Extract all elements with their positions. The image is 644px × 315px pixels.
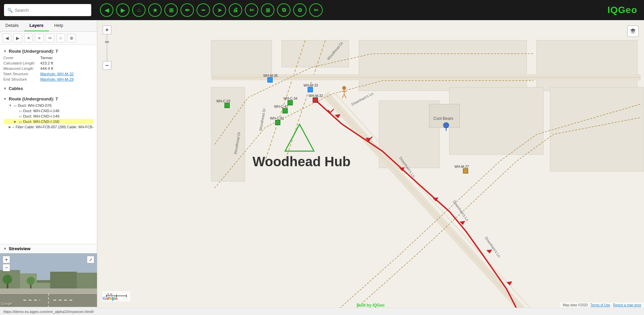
- tree-expand-076: ▼: [9, 104, 12, 107]
- svg-rect-31: [275, 120, 280, 125]
- tree-fiber-cable[interactable]: ▶ ≈ Fiber Cable: WH-FCB-007 (288) Cable:…: [3, 124, 94, 130]
- report-map-error-link[interactable]: Report a map error: [613, 303, 641, 307]
- svg-text:WH-C-81: WH-C-81: [270, 117, 284, 120]
- layers-icon: [630, 28, 636, 35]
- svg-text:Woodhead Hub: Woodhead Hub: [253, 154, 351, 169]
- svg-rect-22: [550, 87, 644, 171]
- measure-button[interactable]: ━: [197, 3, 210, 17]
- brand-name: IQGeo: [373, 303, 385, 308]
- tab-help[interactable]: Help: [49, 20, 69, 31]
- route-details: Cover Tarmac Calculated Length 423.2 ft …: [3, 55, 94, 82]
- svg-rect-28: [225, 103, 229, 108]
- forward-button[interactable]: ▶: [116, 3, 129, 17]
- detail-start-structure: Start Structure Manhole: WH-M-32: [3, 71, 94, 77]
- print-button[interactable]: 🖨: [229, 3, 242, 17]
- svg-point-33: [342, 86, 346, 90]
- tab-bar: Details Layers Help: [0, 20, 97, 32]
- map-data-text: Map data ©2020: [563, 303, 588, 307]
- map-svg: WH-M-35 WH-M-33 WH-M-32 WH-C-03 WH-C-34 …: [97, 20, 644, 315]
- tree-arrow-fiber: ▶: [9, 125, 11, 129]
- streetview-header[interactable]: ▼ Streetview: [0, 244, 97, 253]
- map-zoom-in-button[interactable]: +: [103, 26, 111, 34]
- navigate-button[interactable]: ➤: [213, 3, 226, 17]
- route-section-header[interactable]: ▼ Route (Underground): 7: [3, 47, 94, 55]
- svg-text:WH-C-34: WH-C-34: [283, 97, 298, 100]
- home-button[interactable]: ⌂: [132, 3, 146, 17]
- google-map-logo: Google: [103, 296, 118, 301]
- streetview-overlay: + − ⤢ Google: [0, 253, 97, 307]
- panel-bookmark-button[interactable]: ☆: [56, 34, 65, 42]
- cables-section-title: Cables: [9, 86, 23, 91]
- cables-arrow: ▼: [3, 87, 7, 90]
- logo: IQGeo: [607, 5, 637, 15]
- svg-rect-26: [308, 87, 313, 92]
- scissors-button[interactable]: ✂: [309, 3, 323, 17]
- edit-button[interactable]: ✏: [180, 3, 194, 17]
- copy-button[interactable]: ⧉: [277, 3, 290, 17]
- duct-icon-148: ▭: [19, 109, 22, 113]
- tab-layers[interactable]: Layers: [24, 20, 49, 31]
- map-zoom-controls: + −: [103, 26, 111, 70]
- built-by-text: Built by: [357, 303, 371, 308]
- detail-end-structure: End Structure Manhole: WH-M-29: [3, 77, 94, 82]
- map-area[interactable]: WH-M-35 WH-M-33 WH-M-32 WH-C-03 WH-C-34 …: [97, 20, 644, 315]
- map-zoom-out-button[interactable]: −: [103, 61, 111, 70]
- tab-details[interactable]: Details: [0, 20, 24, 31]
- svg-rect-17: [359, 40, 527, 91]
- search-box[interactable]: 🔍: [4, 4, 91, 16]
- table-button[interactable]: ⊞: [261, 3, 274, 17]
- svg-text:WH-M-32: WH-M-32: [309, 94, 323, 98]
- streetview-zoom-in-button[interactable]: +: [3, 256, 10, 263]
- panel-close-button[interactable]: ✕: [24, 34, 33, 42]
- panel-back-button[interactable]: ◀: [3, 34, 11, 42]
- svg-rect-29: [288, 100, 292, 105]
- route-tree-arrow: ▼: [3, 97, 7, 101]
- panel-content: ▼ Route (Underground): 7 Cover Tarmac Ca…: [0, 45, 97, 244]
- map-layers-button[interactable]: [627, 26, 639, 37]
- duct-icon-150: ▭: [19, 120, 22, 124]
- terms-of-use-link[interactable]: Terms of Use: [590, 303, 610, 307]
- search-icon: 🔍: [7, 8, 13, 13]
- route-tree-header[interactable]: ▼ Route (Underground): 7: [3, 95, 94, 103]
- toolbar: 🔍 ◀ ▶ ⌂ ★ ⊞ ✏ ━ ➤ 🖨 ✂ ⊞ ⧉ ⚙ ✂ IQGeo: [0, 0, 644, 20]
- route-tree-title: Route (Underground): 7: [9, 96, 58, 101]
- svg-rect-18: [537, 40, 637, 91]
- route-arrow: ▼: [3, 49, 7, 53]
- bookmark-button[interactable]: ★: [148, 3, 162, 17]
- tree-duct-148[interactable]: ▭ Duct: WH-CND-I-148: [3, 108, 94, 114]
- fiber-icon: ≈: [12, 125, 14, 129]
- url-bar: https://demo.eu.iqgeo.com/nm_alpha10/myw…: [3, 310, 94, 314]
- svg-rect-15: [211, 40, 272, 77]
- streetview-section: ▼ Streetview: [0, 244, 97, 315]
- tree-duct-149[interactable]: ▭ Duct: WH-CND-I-149: [3, 114, 94, 119]
- svg-text:WH-M-27: WH-M-27: [454, 165, 469, 169]
- streetview-expand-button[interactable]: ⤢: [87, 256, 94, 263]
- search-input[interactable]: [15, 8, 88, 13]
- svg-text:WH-M-33: WH-M-33: [304, 84, 318, 87]
- cut-button[interactable]: ✂: [245, 3, 258, 17]
- layers-button[interactable]: ⊞: [164, 3, 178, 17]
- map-zoom-slider[interactable]: [105, 41, 109, 43]
- tree-arrow-150: ▶: [14, 120, 17, 123]
- streetview-arrow: ▼: [3, 247, 7, 251]
- svg-text:WH-C-42: WH-C-42: [274, 105, 288, 108]
- back-button[interactable]: ◀: [100, 3, 113, 17]
- map-zoom-bar: [106, 34, 108, 61]
- streetview-title: Streetview: [9, 246, 31, 251]
- svg-text:WH-C-03: WH-C-03: [216, 99, 230, 103]
- panel-toolbar: ◀ ▶ ✕ ≡ ✏ ☆ ⊕: [0, 32, 97, 45]
- tree-duct-150[interactable]: ▶ ▭ Duct: WH-CND-I-150: [3, 119, 94, 124]
- panel-search-button[interactable]: ⊕: [67, 34, 76, 42]
- panel-edit-button[interactable]: ✏: [46, 34, 54, 42]
- streetview-zoom-out-button[interactable]: −: [3, 264, 10, 271]
- svg-rect-25: [268, 78, 272, 82]
- streetview-container: + − ⤢ Google: [0, 253, 97, 307]
- streetview-google-logo: Google: [1, 302, 12, 306]
- panel-list-button[interactable]: ≡: [35, 34, 44, 42]
- svg-rect-27: [313, 98, 318, 102]
- tree-duct-076[interactable]: ▼ ▭ Duct: WH-CND-076: [3, 103, 94, 108]
- built-by: Built by IQGeo: [357, 303, 384, 308]
- cables-section-header[interactable]: ▼ Cables: [3, 85, 94, 92]
- tools-button[interactable]: ⚙: [293, 3, 307, 17]
- panel-forward-button[interactable]: ▶: [13, 34, 22, 42]
